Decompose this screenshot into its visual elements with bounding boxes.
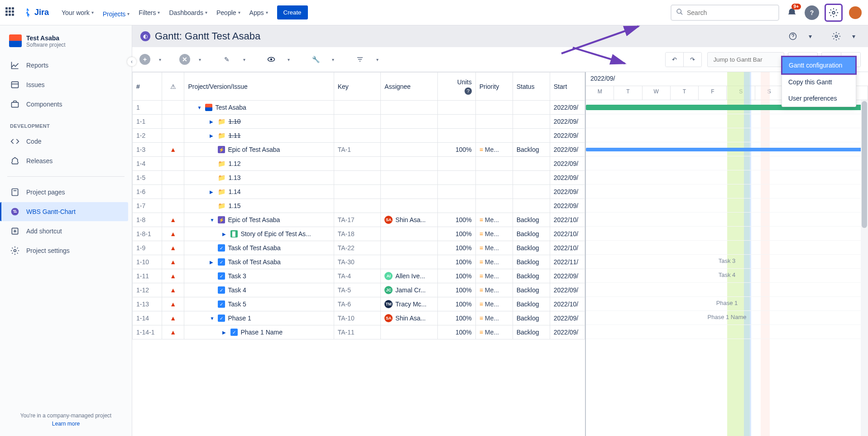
nav-item-apps[interactable]: Apps▾ bbox=[246, 6, 272, 19]
table-row[interactable]: 1-8 ▲ ▼⚡Epic of Test Asaba TA-17 SAShin … bbox=[133, 213, 585, 227]
row-label[interactable]: Task 3 bbox=[228, 272, 246, 280]
sidebar-item-add-shortcut[interactable]: Add shortcut bbox=[4, 222, 128, 241]
gantt-timeline[interactable]: 2022/09/ MTWTFSSMTW Task 3Task 4Phase 1P… bbox=[585, 72, 868, 436]
col-assignee[interactable]: Assignee bbox=[381, 73, 437, 101]
units-help-icon[interactable]: ? bbox=[465, 87, 472, 95]
expand-icon[interactable]: ▶ bbox=[210, 119, 215, 124]
row-label[interactable]: Epic of Test Asaba bbox=[228, 146, 280, 153]
row-label[interactable]: 1.10 bbox=[228, 118, 240, 125]
col-priority[interactable]: Priority bbox=[475, 73, 513, 101]
sidebar-item-wbs-gantt-chart[interactable]: WBS Gantt-Chart bbox=[0, 202, 128, 221]
wrench-dropdown[interactable]: ▾ bbox=[325, 52, 340, 67]
table-row[interactable]: 1-7 📁1.15 2022/09/ bbox=[133, 199, 585, 213]
timeline-scrollbar[interactable] bbox=[861, 100, 868, 436]
row-label[interactable]: 1.15 bbox=[228, 202, 240, 209]
timeline-row[interactable] bbox=[586, 114, 868, 128]
row-label[interactable]: Task of Test Asaba bbox=[228, 258, 280, 266]
expand-icon[interactable]: ▼ bbox=[197, 105, 202, 110]
timeline-row[interactable] bbox=[586, 156, 868, 170]
timeline-row[interactable]: Phase 1 bbox=[586, 297, 868, 311]
app-switcher-icon[interactable] bbox=[5, 7, 16, 18]
filter-dropdown[interactable]: ▾ bbox=[369, 52, 385, 67]
view-icon[interactable] bbox=[264, 52, 279, 67]
col-project[interactable]: Project/Version/Issue bbox=[184, 73, 334, 101]
row-label[interactable]: 1.13 bbox=[228, 174, 240, 181]
nav-item-projects[interactable]: Projects▾ bbox=[99, 6, 134, 27]
timeline-row[interactable]: Task 4 bbox=[586, 269, 868, 283]
remove-dropdown[interactable]: ▾ bbox=[192, 52, 207, 67]
table-row[interactable]: 1-14 ▲ ▼✓Phase 1 TA-10 SAShin Asa... 100… bbox=[133, 311, 585, 325]
jira-logo[interactable]: Jira bbox=[22, 7, 49, 18]
timeline-row[interactable] bbox=[586, 227, 868, 241]
sidebar-collapse-icon[interactable]: ‹ bbox=[127, 57, 136, 66]
timeline-row[interactable] bbox=[586, 213, 868, 227]
table-row[interactable]: 1-8-1 ▲ ▶▉Story of Epic of Test As... TA… bbox=[133, 227, 585, 241]
add-dropdown[interactable]: ▾ bbox=[152, 52, 168, 67]
table-row[interactable]: 1-4 📁1.12 2022/09/ bbox=[133, 157, 585, 171]
filter-icon[interactable] bbox=[352, 52, 368, 67]
col-number[interactable]: # bbox=[133, 73, 162, 101]
row-label[interactable]: 1.12 bbox=[228, 160, 240, 167]
col-units[interactable]: Units? bbox=[437, 73, 475, 101]
table-row[interactable]: 1-11 ▲ ✓Task 3 TA-4 AIAllen Ive... 100% … bbox=[133, 269, 585, 283]
menu-gantt-configuration[interactable]: Gantt configuration bbox=[781, 56, 857, 75]
table-row[interactable]: 1-6 ▶📁1.14 2022/09/ bbox=[133, 185, 585, 199]
table-row[interactable]: 1-2 ▶📁1.11 2022/09/ bbox=[133, 129, 585, 143]
global-settings-icon[interactable] bbox=[825, 4, 843, 22]
expand-icon[interactable]: ▶ bbox=[210, 133, 215, 138]
timeline-row[interactable] bbox=[586, 128, 868, 142]
sidebar-item-components[interactable]: Components bbox=[4, 95, 128, 114]
timeline-row[interactable] bbox=[586, 170, 868, 184]
jump-to-bar-input[interactable] bbox=[707, 52, 784, 67]
row-label[interactable]: 1.14 bbox=[228, 188, 240, 195]
sidebar-item-project-pages[interactable]: Project pages bbox=[4, 183, 128, 202]
sidebar-item-issues[interactable]: Issues bbox=[4, 75, 128, 94]
row-label[interactable]: Phase 1 Name bbox=[240, 329, 283, 336]
table-row[interactable]: 1-10 ▲ ▶✓Task of Test Asaba TA-30 100% ≡… bbox=[133, 255, 585, 269]
create-button[interactable]: Create bbox=[277, 5, 308, 19]
row-label[interactable]: Epic of Test Asaba bbox=[228, 216, 280, 223]
remove-button[interactable]: ✕ bbox=[179, 54, 190, 65]
timeline-row[interactable] bbox=[586, 142, 868, 156]
add-button[interactable]: + bbox=[139, 54, 150, 65]
search-input[interactable] bbox=[687, 9, 774, 16]
timeline-row[interactable] bbox=[586, 325, 868, 339]
table-row[interactable]: 1-14-1 ▲ ▶✓Phase 1 Name TA-11 100% ≡Me..… bbox=[133, 325, 585, 339]
header-help-chevron[interactable]: ▾ bbox=[804, 30, 816, 43]
view-dropdown[interactable]: ▾ bbox=[281, 52, 296, 67]
help-icon[interactable]: ? bbox=[805, 5, 819, 20]
table-row[interactable]: 1-3 ▲ ⚡Epic of Test Asaba TA-1 100% ≡Me.… bbox=[133, 143, 585, 157]
header-settings-chevron[interactable]: ▾ bbox=[847, 30, 860, 43]
header-settings-icon[interactable] bbox=[830, 30, 843, 43]
row-label[interactable]: 1.11 bbox=[228, 132, 240, 139]
sidebar-item-releases[interactable]: Releases bbox=[4, 151, 128, 170]
table-row[interactable]: 1-13 ▲ ✓Task 5 TA-6 TMTracy Mc... 100% ≡… bbox=[133, 297, 585, 311]
row-label[interactable]: Story of Epic of Test As... bbox=[240, 230, 311, 237]
search-box[interactable] bbox=[671, 5, 779, 21]
col-warning[interactable]: ⚠ bbox=[162, 73, 184, 101]
expand-icon[interactable]: ▼ bbox=[210, 218, 215, 223]
learn-more-link[interactable]: Learn more bbox=[9, 421, 123, 427]
expand-icon[interactable]: ▶ bbox=[210, 189, 215, 194]
timeline-row[interactable] bbox=[586, 184, 868, 199]
col-status[interactable]: Status bbox=[513, 73, 550, 101]
nav-item-filters[interactable]: Filters▾ bbox=[135, 6, 163, 19]
edit-icon[interactable]: ✎ bbox=[219, 52, 235, 67]
expand-icon[interactable]: ▶ bbox=[210, 260, 215, 265]
table-row[interactable]: 1-9 ▲ ✓Task of Test Asaba TA-22 100% ≡Me… bbox=[133, 241, 585, 255]
header-help-icon[interactable] bbox=[786, 30, 799, 43]
row-label[interactable]: Phase 1 bbox=[228, 315, 251, 322]
project-header[interactable]: Test Asaba Software project bbox=[4, 34, 128, 55]
sidebar-item-project-settings[interactable]: Project settings bbox=[4, 241, 128, 260]
table-row[interactable]: 1-1 ▶📁1.10 2022/09/ bbox=[133, 115, 585, 129]
edit-dropdown[interactable]: ▾ bbox=[236, 52, 252, 67]
row-label[interactable]: Task 4 bbox=[228, 286, 246, 294]
row-label[interactable]: Test Asaba bbox=[215, 104, 246, 111]
expand-icon[interactable]: ▼ bbox=[210, 316, 215, 321]
menu-copy-gantt[interactable]: Copy this Gantt bbox=[782, 74, 856, 90]
user-avatar[interactable] bbox=[848, 5, 863, 20]
sidebar-item-reports[interactable]: Reports bbox=[4, 56, 128, 75]
nav-item-dashboards[interactable]: Dashboards▾ bbox=[165, 6, 211, 19]
table-row[interactable]: 1 ▼Test Asaba 2022/09/ bbox=[133, 101, 585, 115]
expand-icon[interactable]: ▶ bbox=[222, 232, 228, 237]
